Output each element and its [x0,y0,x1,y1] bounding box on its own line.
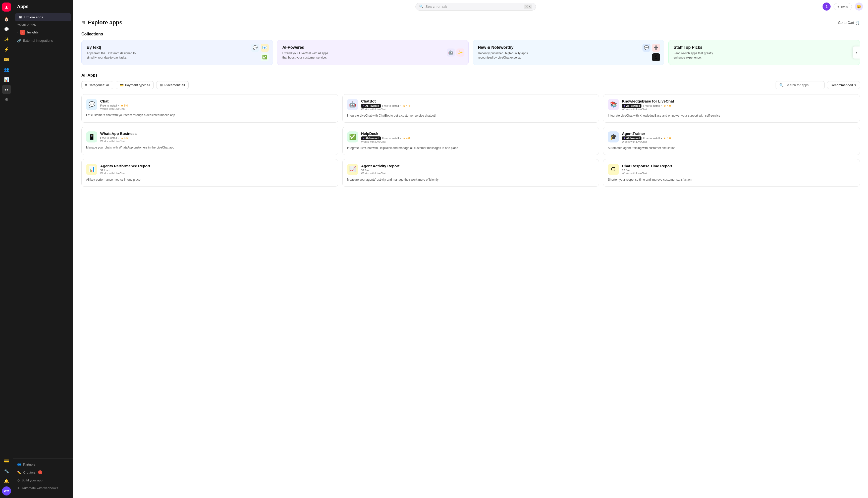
app-works-label: Works with LiveChat [100,140,334,143]
collection-new-noteworthy[interactable]: New & Noteworthy Recently published, hig… [473,40,664,65]
app-info: ChatBot ✦ AI-Powered Free to install • ★… [361,99,595,111]
app-price: $7 / mo [361,169,371,172]
app-logo[interactable]: ▲ [2,2,11,12]
app-desc: All key performance metrics in one place [86,178,334,182]
sort-label: Recommended [831,83,853,87]
content-area: ⊞ Explore apps Go to Cart 🛒 Collections … [74,13,868,498]
sidebar-item-build-app[interactable]: ◇ Build your app [13,476,73,484]
collection-staff-picks[interactable]: Staff Top Picks Feature-rich apps that g… [668,40,860,65]
app-name: Chat [100,99,334,103]
app-name: WhatsApp Business [100,131,334,136]
collection-icons: 💬 📧 ✅ [251,44,269,61]
app-name: AgentTrainer [622,131,855,136]
sidebar-item-insights[interactable]: › + Insights [13,28,73,37]
app-card-agenttrainer[interactable]: 🎓 AgentTrainer ✦ AI-Powered Free to inst… [603,127,860,155]
sidebar-item-automate[interactable]: ✴ Automate with webhooks [13,484,73,492]
collection-desc: Extend your LiveChat with AI apps that b… [282,51,333,60]
search-apps-input[interactable] [786,83,821,87]
nav-bell-icon[interactable]: 🔔 [2,476,11,485]
app-card-chat[interactable]: 💬 Chat Free to install • ★ 5.0 Works wit… [81,94,338,122]
app-desc: Manage your chats with WhatsApp customer… [86,145,334,150]
app-rating: ★ 4.6 [121,136,128,140]
search-bar[interactable]: 🔍 ⌘ K [415,3,536,11]
go-to-cart-label: Go to Cart [838,21,854,25]
collections-next-arrow[interactable]: › [853,47,860,58]
app-card-agents-performance[interactable]: 📊 Agents Performance Report $7 / mo Work… [81,159,338,187]
user-avatar[interactable]: 😊 [855,2,863,11]
nav-chat-icon[interactable]: 💬 [2,25,11,34]
explore-apps-label: Explore apps [24,15,43,19]
search-apps[interactable]: 🔍 [776,81,825,89]
sidebar-item-explore-apps[interactable]: ⊞ Explore apps [15,13,71,21]
collection-ai-powered[interactable]: AI-Powered Extend your LiveChat with AI … [277,40,469,65]
page-header: ⊞ Explore apps Go to Cart 🛒 [81,19,860,26]
col-icon-1: 💬 [251,44,259,52]
collection-title: Staff Top Picks [673,45,855,50]
invite-button[interactable]: + Invite [833,3,852,10]
app-card-helpdesk[interactable]: ✅ HelpDesk ✦ AI-Powered Free to install … [342,127,599,155]
user-avatar-wm[interactable]: WM [2,486,11,496]
app-desc: Integrate LiveChat with HelpDesk and man… [347,146,595,150]
sidebar-item-creators[interactable]: ✏️ Creators 1 [13,468,73,476]
col-icon-7: ➕ [652,44,660,52]
nav-lightning-icon[interactable]: ⚡ [2,45,11,54]
w-badge[interactable]: 1 [823,2,831,11]
placement-icon: ⊞ [160,83,163,87]
nav-apps-icon[interactable]: ⚏ [2,85,11,94]
filter-payment[interactable]: 💳 Payment type: all [116,81,154,89]
app-card-header: 📊 Agents Performance Report $7 / mo Work… [86,164,334,175]
app-info: HelpDesk ✦ AI-Powered Free to install • … [361,131,595,143]
nav-reports-icon[interactable]: 📊 [2,75,11,84]
keyboard-shortcut: ⌘ K [524,4,532,9]
search-input[interactable] [426,4,522,9]
app-card-chatbot[interactable]: 🤖 ChatBot ✦ AI-Powered Free to install •… [342,94,599,122]
app-card-whatsapp[interactable]: 📱 WhatsApp Business Free to install • ★ … [81,127,338,155]
all-apps-label: All Apps [81,73,860,78]
app-meta: ✦ AI-Powered Free to install • ★ 5.0 [622,136,855,140]
app-works-label: Works with LiveChat [361,140,595,143]
sort-dropdown[interactable]: Recommended ▾ [827,81,860,89]
collections-row: By text| Apps from the Text team designe… [81,40,860,65]
app-rating: ★ 4.0 [664,104,671,107]
insights-label: Insights [27,30,38,34]
app-name: ChatBot [361,99,595,103]
ai-badge: ✦ AI-Powered [622,136,641,140]
sidebar-item-external[interactable]: 🔗 External integrations [13,37,73,44]
nav-home-icon[interactable]: 🏠 [2,15,11,24]
nav-settings-icon[interactable]: ⚙ [2,95,11,104]
nav-ai-icon[interactable]: ✨ [2,35,11,44]
app-icon: 📊 [86,164,97,175]
app-card-header: 🤖 ChatBot ✦ AI-Powered Free to install •… [347,99,595,111]
nav-team-icon[interactable]: 👥 [2,65,11,74]
app-card-agent-activity[interactable]: 📈 Agent Activity Report $7 / mo Works wi… [342,159,599,187]
nav-gear-icon[interactable]: 🔧 [2,466,11,475]
top-bar: 🔍 ⌘ K 1 + Invite 😊 [74,0,868,13]
app-card-header: 📈 Agent Activity Report $7 / mo Works wi… [347,164,595,175]
collection-desc: Feature-rich apps that greatly enhance e… [673,51,724,60]
creators-label: Creators [23,471,36,474]
app-card-chat-response[interactable]: ⏱ Chat Response Time Report $7 / mo Work… [603,159,860,187]
app-card-knowledgebase[interactable]: 📚 KnowledgeBase for LiveChat ✦ AI-Powere… [603,94,860,122]
app-works-label: Works with LiveChat [361,172,595,175]
app-meta: ✦ AI-Powered Free to install • ★ 4.8 [361,136,595,140]
nav-billing-icon[interactable]: 💳 [2,456,11,466]
nav-tickets-icon[interactable]: 🎫 [2,55,11,64]
app-desc: Measure your agents' activity and manage… [347,178,595,182]
app-works-label: Works with LiveChat [622,172,855,175]
app-info: Agents Performance Report $7 / mo Works … [100,164,334,175]
app-works-label: Works with LiveChat [100,107,334,110]
collection-by-text[interactable]: By text| Apps from the Text team designe… [81,40,273,65]
build-icon: ◇ [17,479,19,482]
app-price: Free to install [382,104,399,107]
app-card-header: ✅ HelpDesk ✦ AI-Powered Free to install … [347,131,595,143]
cart-icon: 🛒 [856,21,860,25]
filter-placement[interactable]: ⊞ Placement: all [156,81,189,89]
filter-categories[interactable]: ≡ Categories: all [81,81,113,89]
go-to-cart-button[interactable]: Go to Cart 🛒 [838,21,860,25]
insights-icon: + [20,30,25,35]
plus-icon: + [837,5,839,9]
app-meta: Free to install • ★ 4.6 [100,136,334,140]
sidebar-item-partners[interactable]: 👥 Partners [13,461,73,468]
app-price: Free to install [100,104,117,107]
link-icon: 🔗 [17,39,21,42]
